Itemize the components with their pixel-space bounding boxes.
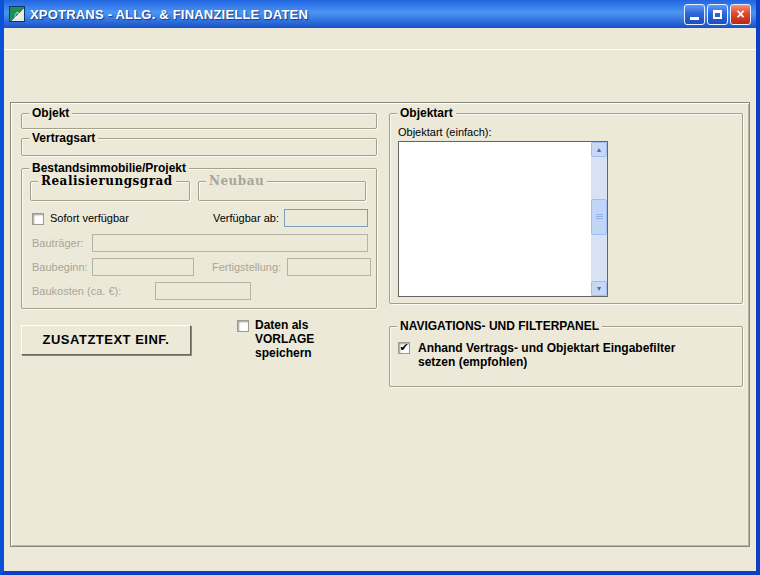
zusatztext-button[interactable]: ZUSATZTEXT EINF. (21, 325, 191, 355)
menu-bar (4, 28, 756, 49)
baukosten-input[interactable] (155, 282, 251, 300)
app-icon: ⌂ (9, 6, 25, 22)
close-icon: × (736, 7, 744, 21)
scroll-up-icon[interactable]: ▲ (591, 142, 607, 157)
bautraeger-label: Bauträger: (32, 237, 86, 249)
objektart-list-label: Objektart (einfach): (398, 126, 734, 138)
close-button[interactable]: × (730, 4, 751, 25)
group-realisierungsgrad-title: Realisierungsgrad (38, 174, 176, 188)
baubeginn-label: Baubeginn: (32, 261, 86, 273)
verfuegbar-ab-input[interactable] (284, 209, 368, 227)
titlebar: ⌂ XPOTRANS - ALLG. & FINANZIELLE DATEN × (4, 0, 756, 28)
group-vertragsart-title: Vertragsart (29, 131, 98, 145)
left-footer: ZUSATZTEXT EINF. Daten als VORLAGE speic… (21, 319, 377, 360)
window-title: XPOTRANS - ALLG. & FINANZIELLE DATEN (30, 7, 679, 22)
baukosten-label: Baukosten (ca. €): (32, 285, 121, 297)
tab-panel-allg-objektdaten: Objekt Vertragsart Bestandsimmobilie/Pro… (10, 102, 750, 547)
vorlage-checkbox[interactable] (237, 320, 249, 332)
group-bestand: Bestandsimmobilie/Projekt Realisierungsg… (21, 168, 377, 309)
listbox-scrollbar[interactable]: ▲ ▼ (591, 142, 607, 296)
objektart-listbox[interactable]: ▲ ▼ (398, 141, 608, 297)
fertigstellung-input[interactable] (287, 258, 371, 276)
window-controls: × (684, 4, 751, 25)
group-objekt: Objekt (21, 113, 377, 129)
app-window: ⌂ XPOTRANS - ALLG. & FINANZIELLE DATEN ×… (0, 0, 760, 575)
minimize-icon (690, 17, 699, 20)
left-column: Objekt Vertragsart Bestandsimmobilie/Pro… (21, 113, 377, 542)
maximize-icon (713, 10, 722, 19)
group-objekt-title: Objekt (29, 106, 72, 120)
filter-checkbox[interactable] (398, 342, 410, 354)
work-area: Objekt Vertragsart Bestandsimmobilie/Pro… (4, 78, 756, 547)
baubeginn-input[interactable] (92, 258, 194, 276)
group-bestand-title: Bestandsimmobilie/Projekt (29, 161, 189, 175)
group-navpanel-title: NAVIGATIONS- UND FILTERPANEL (397, 319, 602, 333)
group-neubau-title: Neubau (206, 174, 267, 188)
right-column: Objektart Objektart (einfach): ▲ ▼ (389, 113, 743, 542)
group-realisierungsgrad: Realisierungsgrad (30, 181, 190, 201)
group-navpanel: NAVIGATIONS- UND FILTERPANEL Anhand Vert… (389, 326, 743, 387)
sofort-verfuegbar-label: Sofort verfügbar (50, 212, 129, 224)
filter-checkbox-label: Anhand Vertrags- und Objektart Eingabefi… (418, 341, 678, 370)
status-bar (4, 547, 756, 571)
scroll-thumb[interactable] (591, 199, 607, 235)
tab-strip (10, 80, 750, 102)
minimize-button[interactable] (684, 4, 705, 25)
verfuegbar-ab-label: Verfügbar ab: (213, 212, 279, 224)
bautraeger-input[interactable] (92, 234, 368, 252)
vorlage-label: Daten als VORLAGE speichern (255, 319, 363, 360)
group-vertragsart: Vertragsart (21, 138, 377, 156)
group-objektart: Objektart Objektart (einfach): ▲ ▼ (389, 113, 743, 304)
group-objektart-title: Objektart (397, 106, 456, 120)
scroll-down-icon[interactable]: ▼ (591, 281, 607, 296)
maximize-button[interactable] (707, 4, 728, 25)
group-neubau: Neubau (198, 181, 366, 201)
toolbar (4, 49, 756, 78)
fertigstellung-label: Fertigstellung: (212, 261, 281, 273)
sofort-verfuegbar-checkbox[interactable] (32, 213, 44, 225)
bestand-subgroups: Realisierungsgrad Neubau (22, 181, 376, 201)
scroll-track[interactable] (591, 157, 607, 281)
